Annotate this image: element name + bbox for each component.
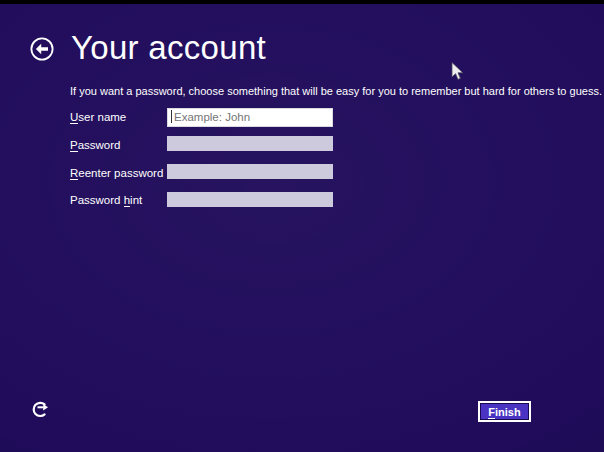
password-input-disabled <box>167 136 333 151</box>
ease-of-access-icon <box>29 408 51 423</box>
username-label: User name <box>70 111 126 123</box>
your-account-setup-screen: Your account If you want a password, cho… <box>0 0 604 452</box>
reenter-password-input-disabled <box>167 164 333 179</box>
top-black-strip <box>0 0 604 4</box>
page-title: Your account <box>71 29 266 67</box>
username-input[interactable] <box>167 108 333 127</box>
password-accesskey: P <box>70 139 78 152</box>
username-field-wrap <box>167 107 333 126</box>
finish-button-label: Finish <box>488 406 520 419</box>
mouse-cursor-icon <box>451 62 464 81</box>
reenter-password-label: Reenter password <box>70 167 163 179</box>
instruction-text: If you want a password, choose something… <box>70 84 570 98</box>
password-hint-label: Password hint <box>70 194 142 206</box>
back-button[interactable] <box>30 37 54 61</box>
back-icon <box>30 49 54 64</box>
ease-of-access-button[interactable] <box>29 398 51 420</box>
text-caret <box>171 110 172 123</box>
finish-button[interactable]: Finish <box>478 401 531 422</box>
password-hint-input-disabled <box>167 192 333 207</box>
password-label: Password <box>70 139 121 151</box>
